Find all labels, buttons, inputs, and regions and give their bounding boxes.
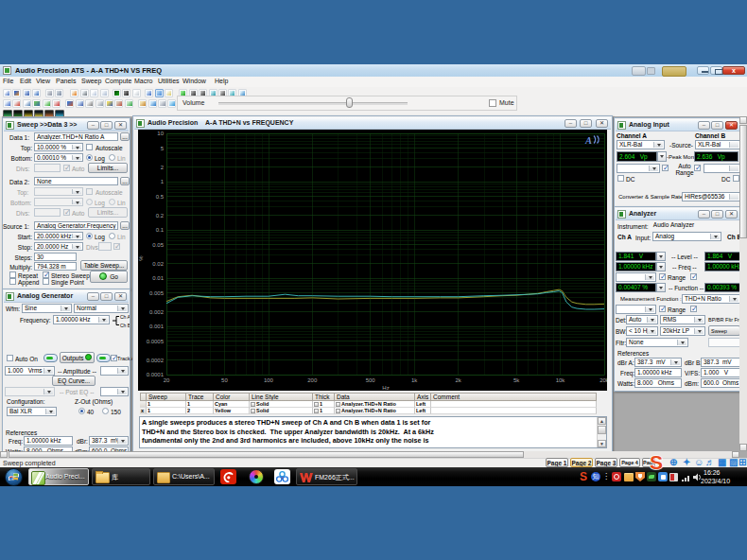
svg-text:20: 20 <box>164 377 170 383</box>
svg-text:0.0002: 0.0002 <box>147 358 165 363</box>
svg-text:10k: 10k <box>556 377 566 383</box>
svg-text:0.05: 0.05 <box>152 242 164 248</box>
svg-text:500: 500 <box>366 377 376 383</box>
svg-text:0.01: 0.01 <box>152 275 164 281</box>
svg-text:2k: 2k <box>456 377 462 383</box>
svg-text:S: S <box>650 453 663 472</box>
svg-text:0.002: 0.002 <box>149 309 165 315</box>
svg-text:0.0001: 0.0001 <box>147 372 165 377</box>
svg-text:5k: 5k <box>513 377 520 383</box>
svg-text:10: 10 <box>157 131 164 136</box>
svg-text:0.001: 0.001 <box>149 324 165 329</box>
svg-text:Ch A: Ch A <box>120 314 130 320</box>
svg-text:20k: 20k <box>599 377 607 383</box>
svg-text:Hz: Hz <box>382 385 389 391</box>
svg-text:Ch B: Ch B <box>120 323 130 327</box>
svg-text:200: 200 <box>307 377 318 383</box>
svg-text:0.1: 0.1 <box>156 227 165 233</box>
svg-text:1k: 1k <box>411 377 418 383</box>
svg-text:0.02: 0.02 <box>152 261 164 267</box>
svg-text:A: A <box>584 135 592 146</box>
svg-text:0.0005: 0.0005 <box>147 339 165 344</box>
svg-text:100: 100 <box>264 377 274 383</box>
svg-text:50: 50 <box>221 377 228 383</box>
svg-text:%: % <box>138 255 144 261</box>
svg-text:0.2: 0.2 <box>156 213 165 219</box>
svg-text:0.005: 0.005 <box>149 290 165 296</box>
svg-text:0.5: 0.5 <box>156 194 165 200</box>
